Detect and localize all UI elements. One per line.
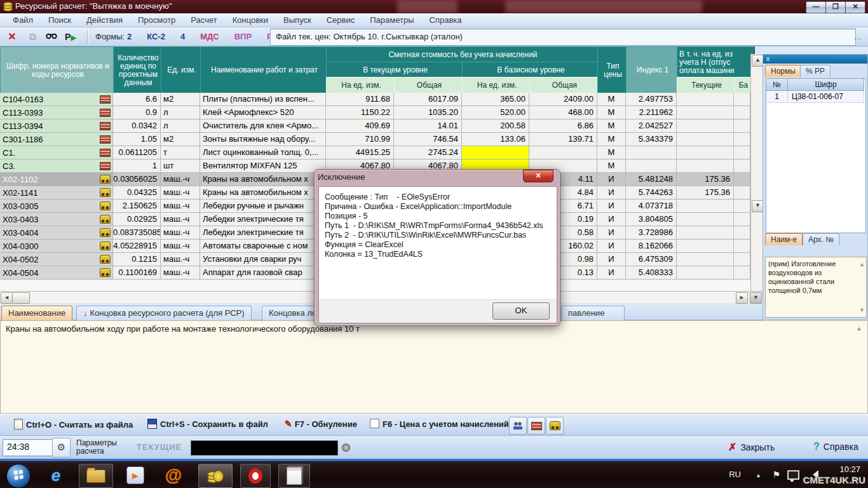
table-cell[interactable]	[734, 253, 750, 266]
tab-name[interactable]: Наименование	[1, 306, 72, 320]
help-button[interactable]: ?Справка	[813, 441, 858, 452]
table-cell[interactable]: маш.-ч	[161, 240, 200, 253]
table-cell[interactable]	[677, 119, 734, 133]
norms-note[interactable]: (прим) Изготовление воздуховодов из оцин…	[765, 257, 867, 318]
table-cell[interactable]: М	[597, 93, 626, 106]
table-cell-code[interactable]: Х04-0504	[0, 266, 113, 280]
table-cell[interactable]	[734, 200, 750, 213]
table-cell[interactable]: 2.211962	[626, 106, 677, 119]
table-cell[interactable]	[677, 146, 734, 159]
table-cell[interactable]: Лебедки ручные и рычажн	[200, 200, 326, 213]
table-cell[interactable]	[734, 146, 750, 159]
taskbar-notes[interactable]	[278, 464, 310, 488]
table-cell[interactable]	[626, 146, 677, 159]
table-cell[interactable]: И	[597, 186, 626, 200]
table-cell[interactable]	[677, 266, 734, 280]
taskbar-explorer[interactable]	[79, 464, 113, 488]
table-cell[interactable]: 133.06	[462, 133, 529, 146]
table-cell[interactable]: 0.02925	[113, 213, 161, 226]
table-cell[interactable]: 5.408333	[626, 266, 677, 280]
tab-fragment[interactable]: павление	[561, 306, 625, 320]
menu-item[interactable]: Справка	[422, 15, 470, 25]
taskbar-ie[interactable]: e	[43, 464, 69, 487]
table-cell[interactable]: Лебедки электрические тя	[200, 213, 326, 226]
table-cell[interactable]: маш.-ч	[161, 200, 200, 213]
table-cell[interactable]: 0.1100169	[113, 266, 161, 280]
table-cell[interactable]: 0.03056025	[113, 173, 161, 186]
scroll-left-icon[interactable]: ◄	[1, 292, 13, 304]
table-cell[interactable]: 139.71	[529, 133, 597, 146]
table-cell[interactable]: маш.-ч	[161, 266, 200, 280]
table-cell[interactable]: Вентилятор MIXFAN 125	[200, 159, 326, 173]
read-file-action[interactable]: Ctrl+O - Считать из файла	[14, 419, 133, 430]
taskbar-app-active[interactable]	[198, 464, 233, 488]
table-cell[interactable]: Лист оцинкованный толщ. 0,...	[200, 146, 326, 159]
table-cell[interactable]: Краны на автомобильном х	[200, 186, 326, 200]
start-button[interactable]	[6, 464, 31, 488]
table-cell[interactable]: 14.01	[394, 119, 462, 133]
forms-item[interactable]: КС-2	[147, 32, 165, 41]
table-cell[interactable]: маш.-ч	[161, 253, 200, 266]
table-cell[interactable]: л	[161, 119, 200, 133]
table-cell[interactable]: 0.04325	[113, 186, 161, 200]
table-cell[interactable]: 911.68	[326, 93, 394, 106]
action-center-flag-icon[interactable]: ⚑	[772, 470, 780, 480]
table-row[interactable]: С301-11861.05м2Зонты вытяжные над обору.…	[0, 133, 750, 146]
table-cell[interactable]: И	[597, 213, 626, 226]
table-cell[interactable]	[677, 213, 734, 226]
table-cell[interactable]	[677, 240, 734, 253]
close-app-button[interactable]: ✗Закрыть	[728, 441, 775, 453]
table-row[interactable]: С113-03940.0342лОчиститель для клея <Арм…	[0, 119, 750, 133]
table-cell[interactable]: И	[597, 240, 626, 253]
memo-scroll-up-icon[interactable]: ▲	[856, 325, 862, 332]
table-cell[interactable]: 200.58	[462, 119, 529, 133]
table-cell[interactable]: И	[597, 226, 626, 240]
minimize-button[interactable]: —	[806, 1, 826, 13]
calc-params-label[interactable]: Параметрырасчета	[76, 439, 117, 456]
table-cell[interactable]: М	[597, 119, 626, 133]
table-cell[interactable]: М	[597, 159, 626, 173]
forms-item[interactable]: ВПР	[234, 32, 252, 41]
table-cell[interactable]: м2	[161, 93, 200, 106]
current-prices-file[interactable]: Файл тек. цен: Октябрь 10. г.Сыктывкар (…	[270, 29, 856, 46]
table-cell-code[interactable]: Х02-1141	[0, 186, 113, 200]
tab-norms[interactable]: Нормы	[765, 65, 801, 77]
table-cell[interactable]: 8.162066	[626, 240, 677, 253]
table-cell-code[interactable]: Х04-0300	[0, 240, 113, 253]
table-cell[interactable]	[677, 159, 734, 173]
table-cell[interactable]: 5.481248	[626, 173, 677, 186]
clock[interactable]: 10:27	[839, 464, 860, 474]
table-cell[interactable]: 520.00	[462, 106, 529, 119]
table-cell[interactable]: Краны на автомобильном х	[200, 173, 326, 186]
table-cell[interactable]	[734, 226, 750, 240]
taskbar-opera[interactable]	[240, 464, 271, 488]
table-cell[interactable]: 2.497753	[626, 93, 677, 106]
menu-item[interactable]: Сервис	[319, 15, 363, 25]
menu-item[interactable]: Выпуск	[276, 15, 319, 25]
table-cell[interactable]: 44915.25	[326, 146, 394, 159]
table-cell-code[interactable]: С113-0394	[0, 119, 113, 133]
network-icon[interactable]	[787, 470, 799, 480]
table-cell[interactable]: л	[161, 106, 200, 119]
table-cell[interactable]: Автоматы сварочные с ном	[200, 240, 326, 253]
table-cell[interactable]	[677, 226, 734, 240]
table-cell[interactable]: т	[161, 146, 200, 159]
table-cell-code[interactable]: С104-0163	[0, 93, 113, 106]
table-cell[interactable]: Клей <Армофлекс> 520	[200, 106, 326, 119]
table-cell[interactable]: маш.-ч	[161, 173, 200, 186]
table-cell[interactable]	[529, 146, 597, 159]
taskbar-media-player[interactable]: ▶	[122, 464, 149, 487]
language-indicator[interactable]: RU	[729, 470, 741, 479]
menu-item[interactable]: Действия	[79, 15, 130, 25]
table-cell[interactable]	[734, 266, 750, 280]
tab-name-short[interactable]: Наим-е	[765, 233, 803, 245]
table-cell[interactable]: И	[597, 266, 626, 280]
table-cell[interactable]: 175.36	[677, 186, 734, 200]
maximize-button[interactable]: ❐	[825, 1, 846, 13]
close-button[interactable]: ✕	[845, 1, 865, 13]
gear-icon[interactable]: ⚙	[52, 438, 71, 458]
vertical-scrollbar[interactable]: ▲ ▼	[750, 54, 763, 291]
table-row[interactable]: С113-03930.9лКлей <Армофлекс> 5201150.22…	[0, 106, 750, 119]
table-cell[interactable]	[734, 240, 750, 253]
table-cell[interactable]: 0.0342	[113, 119, 161, 133]
